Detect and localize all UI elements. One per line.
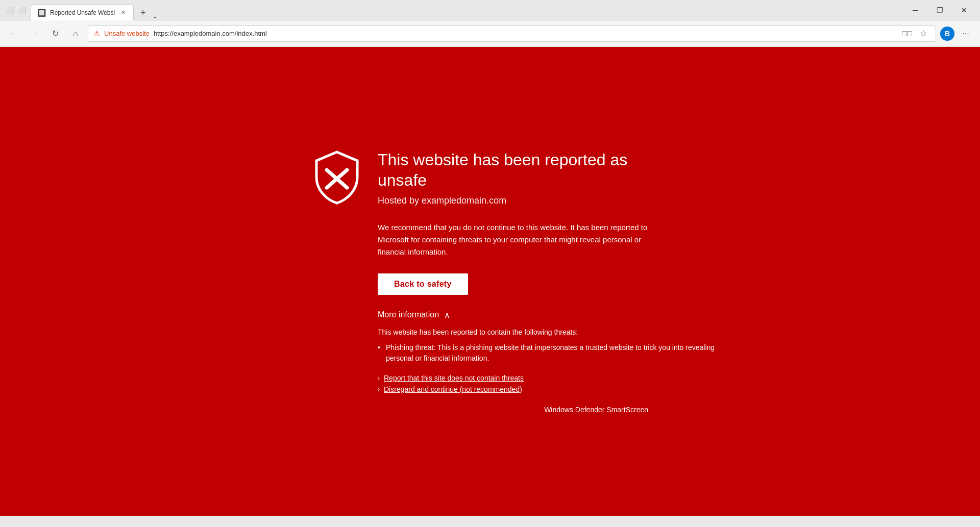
address-actions: □□ ☆	[900, 27, 930, 41]
status-bar	[0, 516, 980, 527]
home-button[interactable]: ⌂	[67, 26, 84, 42]
shield-icon	[311, 149, 362, 206]
browser-icon-2: ⬜	[16, 5, 27, 15]
warning-description: We recommend that you do not continue to…	[378, 221, 658, 258]
active-tab[interactable]: 🔲 Reported Unsafe Websi ✕	[31, 4, 134, 20]
profile-button[interactable]: B	[940, 27, 954, 41]
browser-icon-1: ⬜	[4, 5, 14, 15]
more-info-content: This website has been reported to contai…	[378, 328, 735, 414]
favorites-button[interactable]: ☆	[916, 27, 930, 41]
browser-window: ⬜ ⬜ 🔲 Reported Unsafe Websi ✕ + ⌄ ─ ❐ ✕ …	[0, 0, 980, 527]
unsafe-label: Unsafe website	[104, 30, 150, 37]
tab-title: Reported Unsafe Websi	[50, 9, 115, 16]
report-link-item: › Report that this site does not contain…	[378, 374, 735, 382]
disregard-link[interactable]: Disregard and continue (not recommended)	[384, 385, 522, 393]
title-bar: ⬜ ⬜ 🔲 Reported Unsafe Websi ✕ + ⌄ ─ ❐ ✕	[0, 0, 980, 20]
title-bar-left-controls: ⬜ ⬜	[4, 5, 27, 15]
warning-text-block: This website has been reported as unsafe…	[378, 149, 627, 206]
warning-header: This website has been reported as unsafe…	[311, 149, 627, 206]
more-info-section: More information ∧ This website has been…	[378, 310, 735, 414]
threats-intro: This website has been reported to contai…	[378, 328, 735, 336]
smartscreen-attribution: Windows Defender SmartScreen	[378, 406, 658, 414]
warning-title: This website has been reported as unsafe	[378, 149, 627, 190]
threat-item: Phishing threat: This is a phishing webs…	[378, 342, 735, 364]
more-options-button[interactable]: ···	[958, 26, 974, 42]
url-display: https://exampledomain.com/index.html	[154, 30, 267, 37]
address-bar: ← → ↻ ⌂ ⚠ Unsafe website https://example…	[0, 20, 980, 47]
arrow-icon-2: ›	[378, 386, 380, 393]
back-nav-button[interactable]: ←	[6, 26, 22, 42]
action-links: › Report that this site does not contain…	[378, 374, 735, 393]
shield-icon-wrap	[311, 149, 362, 206]
refresh-button[interactable]: ↻	[47, 26, 63, 42]
forward-nav-button[interactable]: →	[27, 26, 43, 42]
tab-favicon: 🔲	[37, 9, 46, 17]
warning-host: Hosted by exampledomain.com	[378, 195, 627, 206]
tab-close-button[interactable]: ✕	[119, 9, 127, 17]
restore-button[interactable]: ❐	[928, 2, 951, 18]
warning-container: This website has been reported as unsafe…	[311, 129, 669, 434]
arrow-icon-1: ›	[378, 374, 380, 382]
window-controls: ─ ❐ ✕	[903, 2, 976, 18]
tab-dropdown-button[interactable]: ⌄	[152, 12, 158, 20]
minimize-button[interactable]: ─	[903, 2, 927, 18]
new-tab-button[interactable]: +	[136, 6, 150, 20]
address-input[interactable]: ⚠ Unsafe website https://exampledomain.c…	[88, 26, 936, 42]
warning-icon: ⚠	[93, 29, 100, 38]
back-to-safety-button[interactable]: Back to safety	[378, 273, 468, 295]
page-content: This website has been reported as unsafe…	[0, 47, 980, 516]
toolbar-right: B ···	[940, 26, 974, 42]
report-link[interactable]: Report that this site does not contain t…	[384, 374, 524, 382]
more-info-label: More information	[378, 310, 439, 319]
chevron-up-icon: ∧	[444, 310, 450, 320]
tabs-area: 🔲 Reported Unsafe Websi ✕ + ⌄	[31, 0, 903, 20]
more-info-toggle[interactable]: More information ∧	[378, 310, 735, 320]
close-button[interactable]: ✕	[952, 2, 976, 18]
read-aloud-button[interactable]: □□	[900, 27, 914, 41]
disregard-link-item: › Disregard and continue (not recommende…	[378, 385, 735, 393]
threats-list: Phishing threat: This is a phishing webs…	[378, 342, 735, 364]
